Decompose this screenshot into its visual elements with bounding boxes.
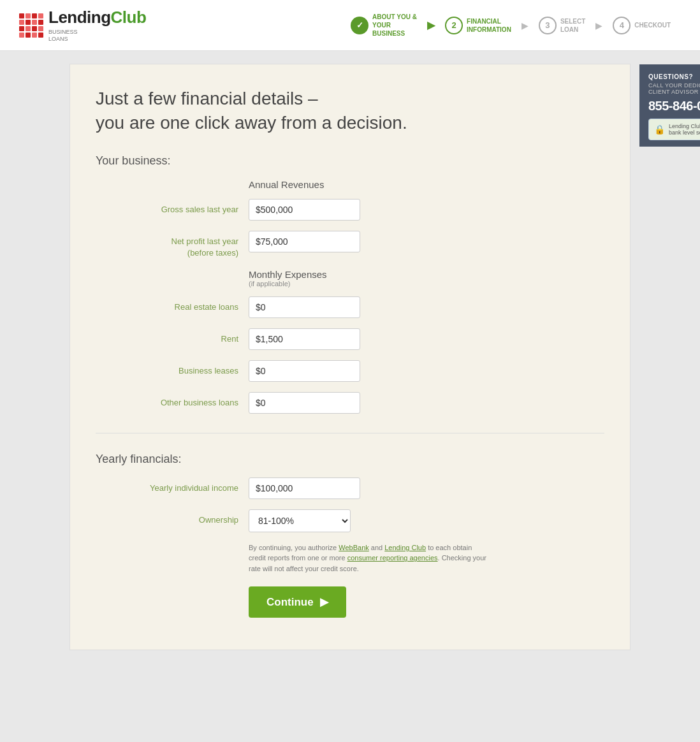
other-business-loans-input[interactable] [249, 392, 360, 414]
logo-icon [19, 13, 43, 38]
continue-label: Continue [266, 596, 314, 609]
real-estate-loans-input[interactable] [249, 296, 360, 318]
webbank-link[interactable]: WebBank [339, 544, 369, 551]
annual-revenues-label: Annual Revenues [249, 179, 604, 190]
yearly-income-group: Yearly individual income [96, 477, 604, 499]
continue-button[interactable]: Continue ▶ [249, 586, 346, 618]
gross-sales-label: Gross sales last year [96, 199, 249, 215]
monthly-expenses-label: Monthly Expenses (if applicable) [249, 269, 604, 287]
check-icon: ✓ [356, 20, 363, 30]
continue-arrow-icon: ▶ [320, 595, 328, 609]
step-about[interactable]: ✓ ABOUT YOU & YOUR BUSINESS [340, 13, 427, 38]
net-profit-input-area [249, 231, 604, 252]
header: LendingClub BUSINESS LOANS ✓ ABOUT YOU &… [0, 0, 700, 51]
step-financial-number: 2 [451, 20, 456, 30]
questions-title: QUESTIONS? [648, 73, 700, 80]
yearly-financials-title: Yearly financials: [96, 453, 604, 466]
step-loan-icon: 3 [539, 17, 557, 34]
content-card: QUESTIONS? CALL YOUR DEDICATED CLIENT AD… [69, 64, 631, 650]
business-leases-input[interactable] [249, 360, 360, 382]
section-divider [96, 433, 604, 433]
questions-box: QUESTIONS? CALL YOUR DEDICATED CLIENT AD… [639, 64, 700, 147]
real-estate-loans-group: Real estate loans [96, 296, 604, 318]
rent-label: Rent [96, 328, 249, 345]
questions-phone: 855-846-0153 [648, 99, 700, 113]
net-profit-group: Net profit last year (before taxes) [96, 231, 604, 259]
business-leases-label: Business leases [96, 360, 249, 377]
step-checkout[interactable]: 4 CHECKOUT [602, 17, 681, 34]
real-estate-loans-label: Real estate loans [96, 296, 249, 313]
logo-subtitle: BUSINESS LOANS [48, 29, 146, 43]
step-about-label: ABOUT YOU & YOUR BUSINESS [372, 13, 417, 38]
questions-subtitle: CALL YOUR DEDICATED CLIENT ADVISOR [648, 82, 700, 95]
net-profit-label: Net profit last year (before taxes) [96, 231, 249, 259]
lock-icon: 🔒 [654, 124, 665, 135]
auth-text: By continuing, you authorize WebBank and… [249, 542, 491, 574]
other-business-loans-group: Other business loans [96, 392, 604, 414]
security-badge: 🔒 Lending Club uses bank level security. [648, 119, 700, 140]
your-business-title: Your business: [96, 154, 604, 168]
yearly-financials-section: Yearly financials: Yearly individual inc… [96, 453, 604, 618]
step-financial[interactable]: 2 FINANCIAL INFORMATION [435, 17, 521, 34]
step-checkout-label: CHECKOUT [634, 21, 671, 29]
step-arrow-3: ▶ [595, 20, 602, 31]
step-financial-label: FINANCIAL INFORMATION [467, 17, 511, 34]
lendingclub-link[interactable]: Lending Club [384, 544, 426, 551]
nav-steps: ✓ ABOUT YOU & YOUR BUSINESS ▶ 2 FINANCIA… [340, 13, 681, 38]
step-loan-label: SELECT LOAN [560, 17, 585, 34]
logo-area: LendingClub BUSINESS LOANS [19, 8, 146, 43]
rent-group: Rent [96, 328, 604, 350]
security-label: Lending Club uses bank level security. [669, 123, 700, 136]
ownership-select[interactable]: 0-20% 21-40% 41-60% 61-80% 81-100% [249, 509, 351, 532]
page-heading-line2: you are one click away from a decision. [96, 113, 407, 133]
step-loan-number: 3 [545, 20, 550, 30]
page-heading: Just a few financial details – you are o… [96, 87, 465, 135]
monthly-expenses-sublabel: (if applicable) [249, 280, 604, 287]
logo-text: LendingClub [48, 8, 146, 27]
gross-sales-input-area [249, 199, 604, 221]
gross-sales-group: Gross sales last year [96, 199, 604, 221]
step-arrow-2: ▶ [521, 20, 529, 31]
step-loan[interactable]: 3 SELECT LOAN [529, 17, 595, 34]
other-business-loans-label: Other business loans [96, 392, 249, 409]
yearly-income-input[interactable] [249, 477, 360, 499]
step-about-icon: ✓ [351, 17, 368, 34]
step-arrow-1: ▶ [427, 19, 435, 31]
yearly-income-label: Yearly individual income [96, 477, 249, 494]
step-financial-icon: 2 [445, 17, 463, 34]
consumer-reporting-link[interactable]: consumer reporting agencies [347, 554, 438, 562]
ownership-group: Ownership 0-20% 21-40% 41-60% 61-80% 81-… [96, 509, 604, 532]
business-leases-group: Business leases [96, 360, 604, 382]
rent-input[interactable] [249, 328, 360, 350]
step-checkout-number: 4 [620, 20, 624, 30]
your-business-section: Your business: Annual Revenues Gross sal… [96, 154, 604, 414]
step-checkout-icon: 4 [613, 17, 631, 34]
gross-sales-input[interactable] [249, 199, 360, 221]
net-profit-input[interactable] [249, 231, 360, 252]
main-content: QUESTIONS? CALL YOUR DEDICATED CLIENT AD… [69, 64, 631, 650]
page-heading-line1: Just a few financial details – [96, 89, 318, 108]
ownership-label: Ownership [96, 509, 249, 526]
